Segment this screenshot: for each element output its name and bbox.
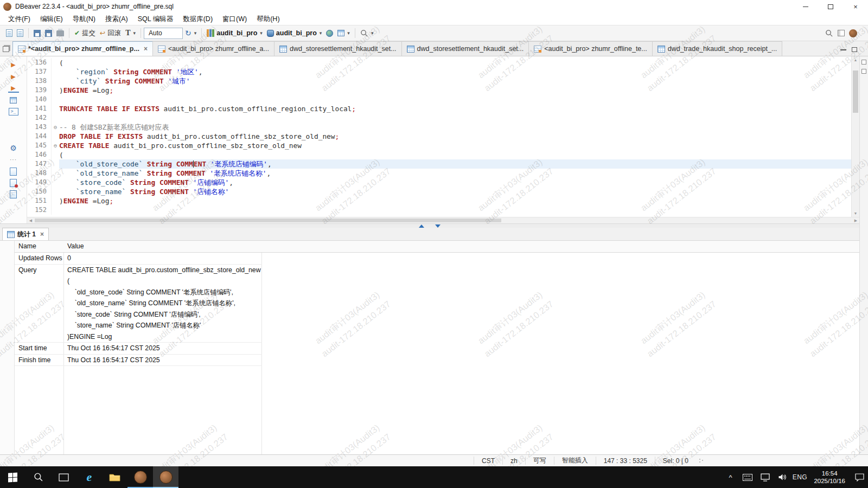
taskbar-clock[interactable]: 16:54 2025/10/16 — [808, 466, 851, 488]
minimize-view-icon[interactable] — [840, 49, 846, 50]
menu-item[interactable]: 导航(N) — [68, 15, 100, 24]
status-language[interactable]: zh — [502, 457, 525, 465]
internet-explorer-button[interactable]: e — [76, 466, 102, 488]
editor-tab[interactable]: *<audit_bi_pro> zhumr_offline_p...× — [12, 41, 153, 56]
splitter-down-icon[interactable] — [435, 224, 441, 228]
status-selection[interactable]: Sel: 0 | 0 — [655, 457, 696, 465]
connection-selector[interactable]: audit_bi_pro ▾ — [205, 27, 265, 40]
editor-line[interactable]: 152 — [27, 206, 851, 215]
editor-line[interactable]: 139)ENGINE =Log; — [27, 86, 851, 95]
editor-line[interactable]: 141TRUNCATE TABLE IF EXISTS audit_bi_pro… — [27, 104, 851, 113]
touch-keyboard-button[interactable] — [739, 466, 756, 488]
status-insert-mode[interactable]: 智能插入 — [554, 457, 596, 465]
editor-line[interactable]: 150 `store_name` String COMMENT '店铺名称' — [27, 187, 851, 196]
quick-search-icon[interactable] — [825, 29, 833, 37]
task-view-button[interactable] — [51, 466, 76, 488]
outline-view-icon[interactable] — [861, 60, 866, 65]
menu-item[interactable]: 文件(F) — [3, 15, 35, 24]
overflow-menu-icon[interactable]: ··· — [8, 156, 19, 164]
scroll-left-icon[interactable]: ◀ — [27, 217, 34, 223]
cell-value[interactable]: Thu Oct 16 16:54:17 CST 2025 — [63, 343, 262, 354]
schema-selector[interactable]: audit_bi_pro ▾ — [265, 27, 324, 40]
status-timezone[interactable]: CST — [474, 457, 502, 465]
taskbar-search-button[interactable] — [25, 466, 51, 488]
open-sql-editor-button[interactable] — [15, 27, 25, 40]
commit-mode-combo[interactable]: Auto — [144, 28, 183, 39]
close-icon[interactable]: × — [40, 230, 44, 238]
rollback-button[interactable]: ↩ 回滚 — [98, 27, 123, 40]
script-export-icon[interactable] — [10, 168, 17, 176]
language-indicator[interactable]: ENG — [791, 466, 808, 488]
navigator-button[interactable] — [324, 27, 335, 40]
sql-editor[interactable]: 136(137 `region` String COMMENT '地区',138… — [27, 56, 859, 223]
minimize-button[interactable] — [793, 0, 818, 13]
editor-line[interactable]: 142 — [27, 113, 851, 123]
fold-marker-icon[interactable]: ⊖ — [51, 123, 59, 132]
sql-console-icon[interactable]: >_ — [9, 108, 18, 115]
dbeaver-taskbar-button[interactable] — [127, 466, 153, 488]
action-center-button[interactable] — [851, 466, 868, 488]
menu-item[interactable]: 编辑(E) — [35, 15, 68, 24]
start-button[interactable] — [0, 466, 25, 488]
new-sql-editor-button[interactable] — [4, 27, 15, 40]
save-button[interactable] — [31, 27, 43, 40]
network-button[interactable] — [756, 466, 774, 488]
tray-expand-button[interactable]: ^ — [722, 466, 739, 488]
print-button[interactable] — [54, 27, 66, 40]
menu-item[interactable]: 搜索(A) — [100, 15, 133, 24]
scroll-down-icon[interactable]: ▼ — [852, 210, 859, 217]
cell-name[interactable]: Finish time — [15, 355, 63, 366]
editor-tab[interactable]: dwd_storesettlement_hkaudit_set... — [401, 41, 529, 56]
save-all-button[interactable] — [43, 27, 54, 40]
menu-item[interactable]: 窗口(W) — [218, 15, 252, 24]
editor-line[interactable]: 143⊖-- 8 创建SBZ新老系统店铺对应表 — [27, 123, 851, 132]
close-button[interactable]: × — [843, 0, 868, 13]
code-area[interactable]: 136(137 `region` String COMMENT '地区',138… — [27, 56, 851, 217]
execute-new-tab-icon[interactable]: ▶ — [8, 84, 19, 93]
editor-tab[interactable]: <audit_bi_pro> zhumr_offline_te... — [528, 41, 652, 56]
cell-value[interactable]: CREATE TABLE audit_bi_pro.custom_offline… — [63, 265, 262, 343]
vertical-scrollbar[interactable]: ▲ ▼ — [851, 56, 859, 217]
cell-value[interactable]: Thu Oct 16 16:54:17 CST 2025 — [63, 355, 262, 366]
menu-item[interactable]: 帮助(H) — [252, 15, 284, 24]
fast-view-icon[interactable] — [861, 69, 866, 74]
editor-line[interactable]: 136( — [27, 58, 851, 67]
column-header-value[interactable]: Value — [63, 241, 261, 252]
status-writable[interactable]: 可写 — [525, 457, 554, 465]
cell-name[interactable]: Updated Rows — [15, 253, 63, 264]
scrollbar-thumb[interactable] — [853, 70, 858, 113]
editor-line[interactable]: 137 `region` String COMMENT '地区', — [27, 67, 851, 76]
editor-line[interactable]: 148 `old_store_name` String COMMENT '老系统… — [27, 169, 851, 178]
editor-line[interactable]: 146( — [27, 150, 851, 159]
editor-line[interactable]: 147 `old_store_code` String COMMENT '老系统… — [27, 159, 851, 169]
editor-tab[interactable]: dwd_trade_hkaudit_shop_receipt_... — [652, 41, 783, 56]
horizontal-scrollbar[interactable]: ◀ ▶ — [27, 217, 859, 223]
column-header-name[interactable]: Name — [15, 241, 63, 252]
editor-line[interactable]: 140 — [27, 95, 851, 104]
editor-line[interactable]: 149 `store_code` String COMMENT '店铺编码', — [27, 178, 851, 187]
fold-marker-icon[interactable]: ⊖ — [51, 141, 59, 150]
panel-splitter[interactable] — [0, 223, 859, 228]
dbeaver-perspective-icon[interactable] — [849, 29, 857, 37]
commit-button[interactable]: ✔ 提交 — [72, 27, 98, 40]
editor-tab[interactable]: dwd_storesettlement_hkaudit_set... — [274, 41, 402, 56]
maximize-button[interactable] — [818, 0, 843, 13]
close-icon[interactable]: × — [144, 45, 148, 53]
script-delete-icon[interactable] — [10, 179, 17, 187]
dbeaver-taskbar-button-active[interactable] — [153, 466, 178, 488]
refresh-button[interactable]: ↻ ▾ — [183, 27, 199, 40]
transaction-mode-button[interactable]: T ▾ — [123, 27, 138, 40]
grid-presentation-button[interactable]: ▾ — [335, 27, 352, 40]
execute-statement-icon[interactable]: ▶ — [8, 60, 19, 69]
editor-tab[interactable]: <audit_bi_pro> zhumr_offline_a... — [152, 41, 275, 56]
file-explorer-button[interactable] — [102, 466, 127, 488]
cell-name[interactable]: Query — [15, 265, 63, 276]
stats-tab[interactable]: 统计 1 × — [2, 228, 49, 240]
scrollbar-thumb[interactable] — [35, 219, 501, 222]
explain-plan-icon[interactable] — [8, 96, 19, 105]
search-button[interactable]: ▾ — [358, 27, 376, 40]
editor-line[interactable]: 144DROP TABLE IF EXISTS audit_bi_pro.cus… — [27, 132, 851, 141]
cell-name[interactable]: Start time — [15, 343, 63, 354]
cell-value[interactable]: 0 — [63, 253, 262, 264]
scroll-right-icon[interactable]: ▶ — [852, 217, 859, 223]
